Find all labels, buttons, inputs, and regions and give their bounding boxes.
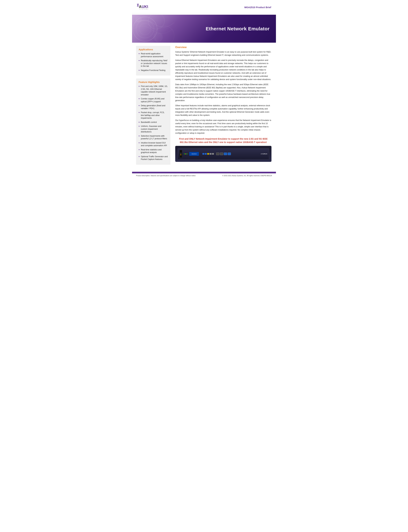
- led-amber: [185, 154, 186, 154]
- svg-point-14: [153, 32, 163, 42]
- footer-left-text: Product description, features and specif…: [136, 175, 196, 176]
- list-item: Selective impairments with powerful L2-L…: [139, 135, 168, 140]
- device-front-panel: MGA2510: [179, 150, 267, 158]
- applications-title: Applications: [139, 48, 168, 51]
- overview-para-3: Data rates from 10Mbps to 10Gbps Etherne…: [175, 83, 272, 102]
- list-item: Negative Functional Testing: [139, 69, 168, 72]
- list-item: Uniform, Gaussian and custom impairment …: [139, 125, 168, 133]
- device-port-blue-1: [202, 153, 204, 155]
- list-item: Realistically reproducing ‘field’ or ‘pr…: [139, 59, 168, 68]
- features-list: First and only 10M, 100M, 1G, 2.5G, 5G, …: [139, 85, 168, 161]
- list-item: Delay generation (fixed and variable / P…: [139, 104, 168, 110]
- device-brand-label: A AUKUA: [261, 153, 267, 155]
- overview-para-2: Aukua Ethernet Network Impairment Emulat…: [175, 59, 272, 81]
- svg-text:UKUA: UKUA: [142, 5, 148, 9]
- device-display: MGA2510: [189, 152, 199, 156]
- device-display-text: MGA2510: [192, 153, 197, 155]
- device-body: MGA2510: [178, 148, 269, 159]
- svg-rect-1: [138, 4, 139, 5]
- svg-point-10: [139, 24, 151, 35]
- footer-bar: [132, 172, 276, 173]
- list-item: Packet drop, corrupt, FCS, link fail/fla…: [139, 111, 168, 120]
- applications-section: Applications Real-world application perf…: [136, 46, 170, 75]
- svg-text:A: A: [139, 5, 142, 9]
- sidebar: Applications Real-world application perf…: [132, 46, 174, 168]
- hero-decoration-svg: [132, 15, 197, 43]
- right-content: Overview Aukua Systems’ Ethernet Network…: [174, 46, 276, 168]
- list-item: Intuitive browser-based GUI and complete…: [139, 141, 168, 147]
- svg-point-13: [135, 16, 142, 23]
- hero-title: Ethernet Network Emulator: [206, 26, 276, 32]
- device-image: MGA2510: [175, 146, 272, 162]
- logo-area: A UKUA SYSTEMS: [137, 3, 149, 12]
- device-leds: [184, 154, 187, 154]
- led-green: [184, 154, 185, 154]
- features-title: Feature Highlights: [139, 81, 168, 83]
- device-ports: [202, 153, 214, 155]
- device-port-yellow-1: [207, 153, 209, 155]
- svg-rect-3: [137, 6, 138, 7]
- features-section: Feature Highlights First and only 10M, 1…: [136, 78, 170, 165]
- aukua-logo-icon: A UKUA SYSTEMS: [137, 3, 148, 12]
- product-brief-label: MGA2510 Product Brief: [244, 6, 271, 9]
- svg-rect-0: [137, 4, 138, 5]
- footer-right-text: © 2015-2021 Aukua Systems, Inc. All righ…: [222, 175, 272, 176]
- led-green-2: [187, 154, 187, 154]
- device-port-1: [210, 153, 212, 155]
- svg-text:SYSTEMS: SYSTEMS: [139, 8, 148, 9]
- overview-title: Overview: [175, 46, 272, 49]
- list-item: Real-time statistics and graphical analy…: [139, 149, 168, 154]
- device-port-2: [212, 153, 214, 155]
- svg-rect-4: [138, 6, 139, 7]
- page-header: A UKUA SYSTEMS MGA2510 Product Brief: [132, 0, 276, 13]
- list-item: Combo copper (RJ45) and optical (SFP+) s…: [139, 98, 168, 103]
- overview-para-5: Our hyperfocus on building a truly intui…: [175, 119, 272, 135]
- hero-banner: Ethernet Network Emulator: [132, 15, 276, 43]
- applications-list: Real-world application performance asses…: [139, 52, 168, 72]
- overview-para-1: Aukua Systems’ Ethernet Network Impairme…: [175, 50, 272, 57]
- callout-text: First and ONLY Network Impairment Emulat…: [175, 137, 272, 144]
- list-item: Real-world application performance asses…: [139, 52, 168, 58]
- footer-text: Product description, features and specif…: [132, 173, 276, 178]
- main-content: Applications Real-world application perf…: [132, 43, 276, 169]
- list-item: First and only 10M, 100M, 1G, 2.5G, 5G, …: [139, 85, 168, 96]
- svg-rect-2: [137, 5, 138, 6]
- device-port-blue-2: [205, 153, 207, 155]
- overview-para-4: Other important features include real-ti…: [175, 104, 272, 117]
- list-item: Bandwidth control: [139, 121, 168, 124]
- list-item: Optional Traffic Generator and Packet Ca…: [139, 155, 168, 161]
- svg-point-9: [136, 20, 154, 38]
